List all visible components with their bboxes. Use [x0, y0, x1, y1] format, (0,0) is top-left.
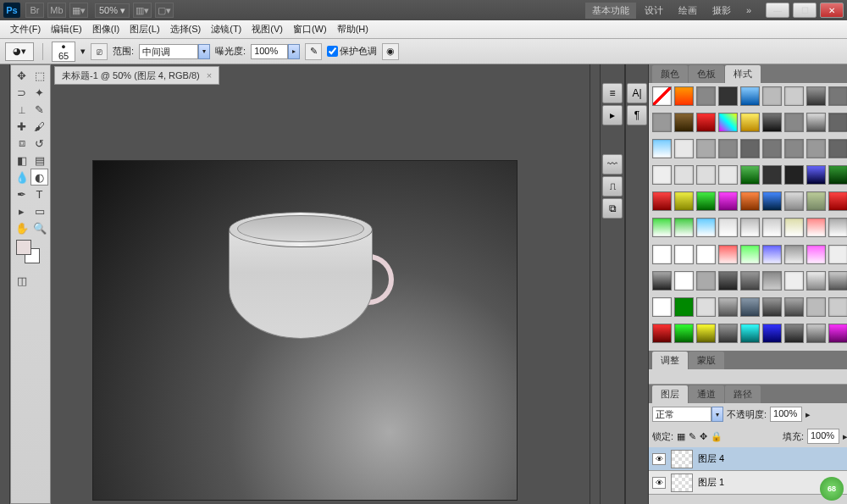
workspace-design[interactable]: 设计	[638, 3, 670, 19]
mini-history-icon[interactable]: ≡	[602, 83, 623, 103]
brush-tool[interactable]: 🖌	[30, 118, 48, 135]
fill-input[interactable]: 100%	[807, 429, 839, 444]
style-swatch[interactable]	[718, 113, 738, 132]
style-swatch[interactable]	[762, 218, 782, 237]
style-swatch[interactable]	[828, 245, 847, 264]
style-swatch[interactable]	[652, 218, 672, 237]
style-swatch[interactable]	[828, 218, 847, 237]
style-swatch[interactable]	[696, 324, 716, 343]
style-swatch[interactable]	[828, 191, 847, 211]
left-collapse-strip[interactable]	[0, 64, 10, 504]
mini-brushpresets-icon[interactable]: ⎍	[602, 176, 623, 197]
workspace-essentials[interactable]: 基本功能	[585, 3, 636, 19]
exposure-input[interactable]: 100%	[251, 44, 288, 59]
style-swatch[interactable]	[674, 324, 694, 343]
tab-close-icon[interactable]: ×	[207, 70, 212, 80]
style-swatch[interactable]	[762, 113, 782, 132]
pen-tool[interactable]: ✒	[13, 186, 30, 202]
layer-name[interactable]: 图层 1	[698, 476, 724, 489]
style-swatch[interactable]	[762, 165, 782, 185]
protect-tones-checkbox[interactable]: 保护色调	[327, 45, 377, 58]
layer-thumbnail[interactable]	[671, 450, 693, 468]
blur-tool[interactable]: 💧	[13, 169, 30, 186]
workspace-painting[interactable]: 绘画	[672, 3, 704, 19]
menu-help[interactable]: 帮助(H)	[332, 21, 374, 37]
style-swatch[interactable]	[762, 245, 782, 264]
style-swatch[interactable]	[784, 191, 804, 211]
foreground-color-swatch[interactable]	[16, 240, 31, 255]
style-swatch[interactable]	[674, 113, 694, 132]
maximize-button[interactable]: ☐	[793, 3, 817, 18]
style-swatch[interactable]	[740, 139, 760, 158]
style-swatch[interactable]	[652, 297, 672, 317]
mini-paragraph-icon[interactable]: ¶	[627, 105, 647, 125]
type-tool[interactable]: T	[30, 186, 48, 202]
bridge-icon[interactable]: Br	[25, 3, 44, 18]
style-swatch[interactable]	[652, 113, 672, 132]
mid-collapse-strip[interactable]	[590, 64, 600, 504]
menu-view[interactable]: 视图(V)	[246, 21, 288, 37]
style-swatch[interactable]	[696, 113, 716, 132]
range-select[interactable]: 中间调	[139, 44, 198, 59]
quickmask-tool[interactable]: ◫	[13, 272, 30, 289]
tab-adjustments[interactable]: 调整	[652, 352, 688, 369]
style-swatch[interactable]	[806, 297, 826, 317]
menu-layer[interactable]: 图层(L)	[125, 21, 164, 37]
hand-tool[interactable]: ✋	[13, 219, 30, 236]
style-swatch[interactable]	[784, 218, 804, 237]
canvas[interactable]	[93, 161, 517, 500]
arrange-docs-icon[interactable]: ▥▾	[133, 3, 152, 18]
tab-channels[interactable]: 通道	[689, 385, 724, 403]
exposure-dropdown-arrow[interactable]: ▸	[288, 44, 300, 59]
shape-tool[interactable]: ▭	[30, 202, 48, 219]
style-swatch[interactable]	[740, 324, 760, 343]
style-swatch[interactable]	[674, 191, 694, 211]
style-swatch[interactable]	[696, 191, 716, 211]
mini-brush-icon[interactable]: 〰	[602, 154, 623, 174]
document-tab[interactable]: 未标题-1 @ 50% (图层 4, RGB/8) ×	[54, 66, 219, 85]
style-swatch[interactable]	[784, 245, 804, 264]
dodge-tool[interactable]: ◐	[30, 169, 48, 186]
crop-tool[interactable]: ⟂	[13, 101, 30, 118]
style-swatch[interactable]	[696, 218, 716, 237]
brush-preview[interactable]: ●65	[52, 42, 75, 62]
layer-thumbnail[interactable]	[671, 474, 693, 492]
mini-character-icon[interactable]: A|	[627, 83, 647, 103]
color-swatches[interactable]	[13, 236, 48, 272]
opacity-input[interactable]: 100%	[770, 407, 802, 422]
style-swatch[interactable]	[806, 324, 826, 343]
style-swatch[interactable]	[718, 297, 738, 317]
stamp-tool[interactable]: ⧈	[13, 135, 30, 152]
menu-window[interactable]: 窗口(W)	[288, 21, 332, 37]
lock-position-icon[interactable]: ✥	[700, 431, 707, 442]
style-swatch[interactable]	[740, 245, 760, 264]
style-swatch[interactable]	[696, 86, 716, 106]
style-swatch[interactable]	[740, 86, 760, 106]
style-swatch[interactable]	[740, 113, 760, 132]
workspace-photography[interactable]: 摄影	[706, 3, 738, 19]
style-swatch[interactable]	[696, 271, 716, 291]
eraser-tool[interactable]: ◧	[13, 152, 30, 169]
style-swatch[interactable]	[828, 324, 847, 343]
style-swatch[interactable]	[806, 218, 826, 237]
style-swatch[interactable]	[784, 139, 804, 158]
tool-preset-picker[interactable]: ◕▾	[5, 42, 34, 61]
style-swatch[interactable]	[674, 218, 694, 237]
style-swatch[interactable]	[806, 139, 826, 158]
mini-clonesource-icon[interactable]: ⧉	[602, 198, 623, 219]
menu-filter[interactable]: 滤镜(T)	[206, 21, 246, 37]
style-swatch[interactable]	[674, 245, 694, 264]
menu-select[interactable]: 选择(S)	[165, 21, 207, 37]
gradient-tool[interactable]: ▤	[30, 152, 48, 169]
style-swatch[interactable]	[718, 324, 738, 343]
pressure-icon[interactable]: ◉	[382, 43, 399, 60]
style-swatch[interactable]	[806, 113, 826, 132]
mini-actions-icon[interactable]: ▸	[602, 105, 623, 125]
style-swatch[interactable]	[652, 271, 672, 291]
tab-layers[interactable]: 图层	[652, 385, 688, 403]
style-swatch[interactable]	[762, 139, 782, 158]
layer-row[interactable]: 👁 图层 4	[649, 447, 847, 471]
style-swatch[interactable]	[806, 271, 826, 291]
status-badge[interactable]: 68	[820, 477, 844, 501]
tab-masks[interactable]: 蒙版	[689, 352, 724, 369]
